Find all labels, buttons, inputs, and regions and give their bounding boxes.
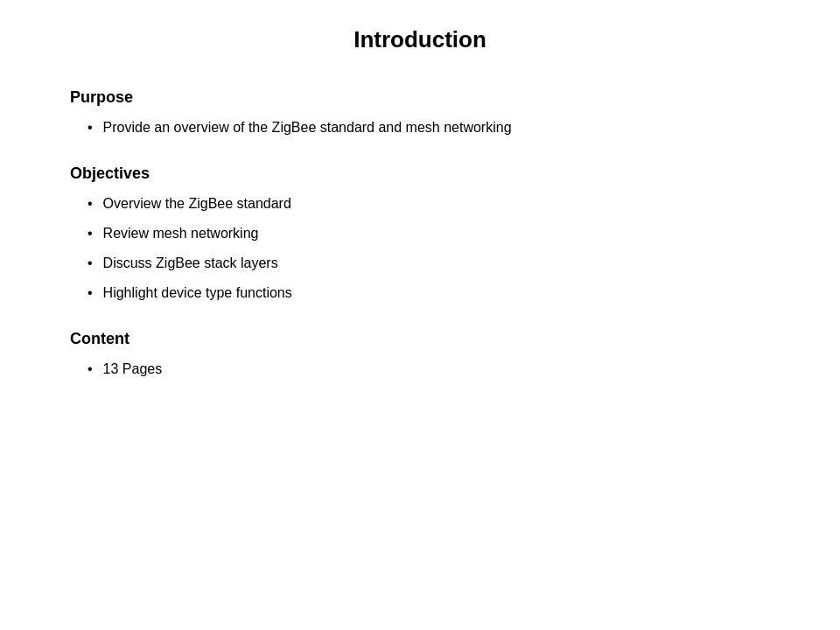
bullet-list-content: 13 Pages <box>70 359 770 380</box>
bullet-text: Highlight device type functions <box>103 283 770 304</box>
list-item: Review mesh networking <box>70 223 770 244</box>
section-purpose: PurposeProvide an overview of the ZigBee… <box>70 88 770 138</box>
section-heading-content: Content <box>70 330 770 348</box>
list-item: Overview the ZigBee standard <box>70 193 770 214</box>
bullet-text: Review mesh networking <box>103 223 770 244</box>
section-content: Content13 Pages <box>70 330 770 380</box>
bullet-list-objectives: Overview the ZigBee standardReview mesh … <box>70 193 770 304</box>
bullet-text: Provide an overview of the ZigBee standa… <box>103 117 770 138</box>
bullet-text: Discuss ZigBee stack layers <box>103 253 770 274</box>
bullet-text: Overview the ZigBee standard <box>103 193 770 214</box>
page-container: Introduction PurposeProvide an overview … <box>0 0 840 630</box>
list-item: Highlight device type functions <box>70 283 770 304</box>
list-item: Discuss ZigBee stack layers <box>70 253 770 274</box>
page-title: Introduction <box>70 18 770 53</box>
bullet-list-purpose: Provide an overview of the ZigBee standa… <box>70 117 770 138</box>
section-heading-objectives: Objectives <box>70 164 770 183</box>
list-item: Provide an overview of the ZigBee standa… <box>70 117 770 138</box>
section-heading-purpose: Purpose <box>70 88 770 107</box>
bullet-text: 13 Pages <box>103 359 770 380</box>
list-item: 13 Pages <box>70 359 770 380</box>
section-objectives: ObjectivesOverview the ZigBee standardRe… <box>70 164 770 304</box>
